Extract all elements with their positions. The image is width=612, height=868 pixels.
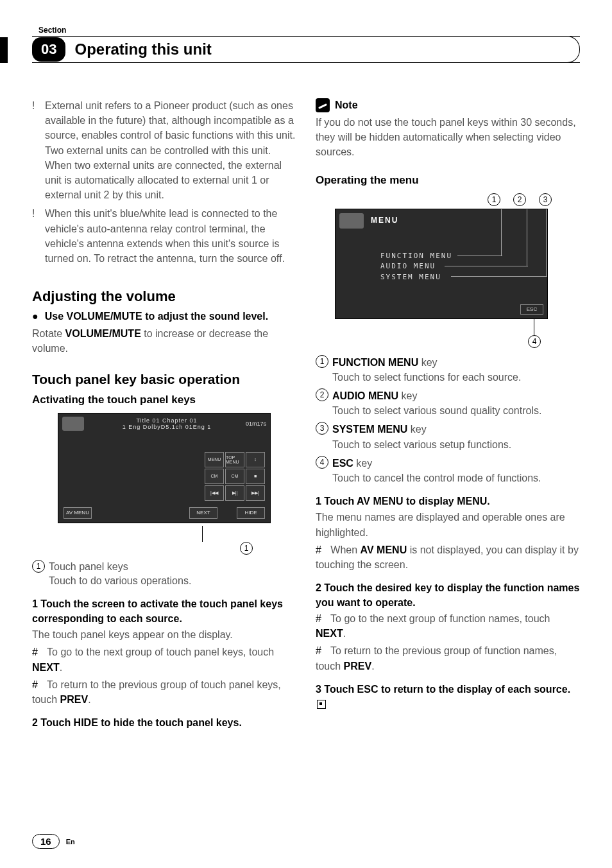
left-step-2: 2 Touch HIDE to hide the touch panel key…: [32, 716, 296, 730]
callouts-top: 1 2 3: [335, 193, 547, 209]
activating-heading: Activating the touch panel keys: [32, 394, 296, 406]
adjust-volume-heading: Adjusting the volume: [32, 288, 296, 305]
note-icon: [316, 98, 330, 112]
callout-1-badge: 1: [32, 560, 45, 573]
key-item-4: 4 ESC keyTouch to cancel the control mod…: [316, 456, 580, 485]
end-mark-icon: [317, 700, 326, 709]
page-number: 16: [32, 834, 60, 849]
chapter-title: Operating this unit: [74, 40, 211, 58]
side-tab: [0, 37, 8, 63]
left-column: External unit refers to a Pioneer produc…: [32, 98, 296, 821]
key-item-2: 2 AUDIO MENU keyTouch to select various …: [316, 388, 580, 418]
ss1-time: 01m17s: [246, 421, 266, 427]
ss1-btn-cm2[interactable]: CM: [225, 469, 244, 484]
ss1-btn-next[interactable]: ▶▶|: [246, 485, 265, 501]
chapter-header: 03 Operating this unit: [32, 36, 580, 63]
key-item-3: 3 SYSTEM MENU keyTouch to select various…: [316, 422, 580, 451]
co-bottom-line: [534, 319, 534, 335]
adjust-lead: ●Use VOLUME/MUTE to adjust the sound lev…: [32, 309, 296, 324]
source-icon: [62, 417, 84, 431]
ss1-button-grid: MENU TOP MENU ↕ CM CM ■ |◀◀ ▶|| ▶▶|: [205, 452, 265, 501]
ss2-item-audio[interactable]: AUDIO MENU: [380, 261, 452, 272]
right-step-2-bullet-2: To return to the previous group of funct…: [316, 643, 580, 673]
ss1-btn-play[interactable]: ▶||: [225, 485, 244, 501]
co-top-2: 2: [513, 193, 526, 206]
section-label: Section: [32, 26, 580, 35]
note-label: Note: [335, 100, 358, 111]
touch-panel-heading: Touch panel key basic operation: [32, 372, 296, 387]
intro-bullet-list: External unit refers to a Pioneer produc…: [32, 98, 296, 266]
key-list: 1 FUNCTION MENU keyTouch to select funct…: [316, 355, 580, 486]
right-step-1-body: The menu names are displayed and operabl…: [316, 510, 580, 539]
callout-line: [202, 526, 203, 542]
ss2-vline-1: [501, 209, 502, 256]
right-column: Note If you do not use the touch panel k…: [316, 98, 580, 821]
left-step-1-bullet-2: To return to the previous group of touch…: [32, 677, 296, 707]
ss2-menu-list: FUNCTION MENU AUDIO MENU SYSTEM MENU: [380, 251, 452, 283]
right-step-2: 2 Touch the desired key to display the f…: [316, 581, 580, 610]
chapter-number-badge: 03: [32, 37, 65, 62]
ss1-btn-avmenu[interactable]: AV MENU: [64, 507, 92, 519]
callout-1-desc: Touch to do various operations.: [49, 575, 191, 586]
ss2-line-1: [457, 256, 502, 256]
right-step-1: 1 Touch AV MENU to display MENU.: [316, 494, 580, 508]
operating-menu-heading: Operating the menu: [316, 174, 580, 187]
ss2-vline-3: [546, 209, 547, 276]
ss1-sub-line: 1 Eng DolbyD5.1ch 01Eng 1: [88, 424, 246, 430]
callout-1-number: 1: [240, 542, 253, 555]
ss2-line-2: [445, 266, 528, 266]
ss1-btn-cm1[interactable]: CM: [205, 469, 224, 484]
ss1-title-line: Title 01 Chapter 01: [88, 417, 246, 424]
ss2-item-system[interactable]: SYSTEM MENU: [380, 272, 452, 283]
key-badge-1: 1: [316, 355, 328, 368]
ss2-line-3: [451, 276, 547, 277]
page-footer: 16 En: [32, 821, 580, 849]
key-item-1: 1 FUNCTION MENU keyTouch to select funct…: [316, 355, 580, 385]
co-top-1: 1: [488, 193, 500, 206]
co-bottom-4: 4: [528, 335, 541, 348]
callout-1-label: Touch panel keys: [49, 561, 128, 572]
left-step-1-bullet-1: To go to the next group of touch panel k…: [32, 645, 296, 674]
ss1-btn-hide[interactable]: HIDE: [237, 507, 265, 519]
callouts-bottom: 4: [335, 319, 547, 351]
ss2-esc-button[interactable]: ESC: [520, 304, 543, 315]
right-step-1-bullet: When AV MENU is not displayed, you can d…: [316, 542, 580, 572]
page-language: En: [66, 838, 75, 846]
right-step-3: 3 Touch ESC to return to the display of …: [316, 682, 580, 711]
intro-bullet-1: External unit refers to a Pioneer produc…: [45, 98, 296, 202]
intro-bullet-2: When this unit's blue/white lead is conn…: [45, 206, 296, 266]
left-step-1: 1 Touch the screen to activate the touch…: [32, 597, 296, 626]
ss2-item-function[interactable]: FUNCTION MENU: [380, 251, 452, 262]
adjust-body: Rotate VOLUME/MUTE to increase or decrea…: [32, 326, 296, 356]
ss1-btn-stop[interactable]: ■: [246, 469, 265, 484]
ss1-btn-arrows[interactable]: ↕: [246, 452, 265, 467]
ss2-vline-2: [527, 209, 527, 266]
touch-panel-screenshot: Title 01 Chapter 01 1 Eng DolbyD5.1ch 01…: [58, 413, 271, 523]
callout-1-row: 1 Touch panel keys Touch to do various o…: [32, 560, 296, 589]
ss1-btn-menu[interactable]: MENU: [205, 452, 224, 467]
ss1-btn-prev[interactable]: |◀◀: [205, 485, 224, 501]
left-step-1-body: The touch panel keys appear on the displ…: [32, 627, 296, 642]
note-body: If you do not use the touch panel keys w…: [316, 115, 580, 160]
co-top-3: 3: [539, 193, 552, 206]
note-heading: Note: [316, 98, 580, 112]
ss1-btn-nextpage[interactable]: NEXT: [189, 507, 217, 519]
menu-screenshot: MENU FUNCTION MENU AUDIO MENU SYSTEM MEN…: [335, 209, 548, 319]
right-step-2-bullet-1: To go to the next group of function name…: [316, 611, 580, 641]
ss2-source-icon: [339, 213, 364, 229]
key-badge-3: 3: [316, 422, 328, 435]
ss2-menu-label: MENU: [371, 216, 398, 225]
ss1-btn-topmenu[interactable]: TOP MENU: [225, 452, 244, 467]
key-badge-2: 2: [316, 388, 328, 401]
key-badge-4: 4: [316, 456, 328, 469]
